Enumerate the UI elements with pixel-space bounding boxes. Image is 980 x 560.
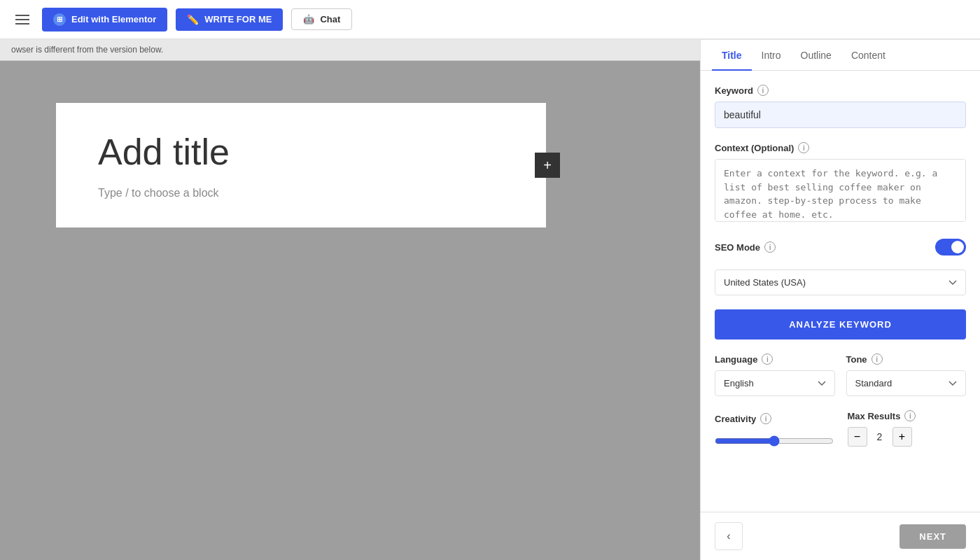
tone-info-icon[interactable]: i <box>872 354 883 365</box>
edit-elementor-label: Edit with Elementor <box>71 14 156 24</box>
language-label: Language i <box>715 354 835 365</box>
editor-area: owser is different from the version belo… <box>0 39 700 560</box>
browser-notice: owser is different from the version belo… <box>0 39 700 61</box>
pencil-icon: ✏️ <box>187 14 199 25</box>
edit-elementor-button[interactable]: ⊞ Edit with Elementor <box>42 8 167 31</box>
max-results-label: Max Results i <box>848 410 967 421</box>
back-icon: ‹ <box>727 530 730 542</box>
tone-label: Tone i <box>846 354 967 365</box>
chat-label: Chat <box>320 14 340 24</box>
seo-mode-label: SEO Mode i <box>715 241 776 253</box>
block-placeholder[interactable]: Type / to choose a block <box>98 187 504 200</box>
seo-mode-row: SEO Mode i <box>715 239 966 255</box>
language-field: Language i English Spanish French <box>715 354 835 396</box>
context-info-icon[interactable]: i <box>798 142 809 153</box>
tab-intro[interactable]: Intro <box>752 40 791 71</box>
keyword-field: Keyword i <box>715 85 966 128</box>
panel-footer: ‹ NEXT <box>701 512 980 560</box>
language-select[interactable]: English Spanish French <box>715 370 835 396</box>
right-panel: GetGenie × Title Intro Outline Content K… <box>700 0 980 560</box>
content-block: Add title Type / to choose a block + <box>56 103 546 227</box>
creativity-maxresults-row: Creativity i Max Results i − 2 + <box>715 410 966 447</box>
elementor-icon: ⊞ <box>53 13 66 26</box>
panel-tabs: Title Intro Outline Content <box>701 40 980 71</box>
tone-field: Tone i Standard Formal Casual <box>846 354 967 396</box>
creativity-field: Creativity i <box>715 413 834 447</box>
write-for-me-label: WRITE FOR ME <box>204 14 272 24</box>
next-button[interactable]: NEXT <box>899 524 966 549</box>
tone-select[interactable]: Standard Formal Casual <box>846 370 967 396</box>
max-results-decrement[interactable]: − <box>848 427 867 447</box>
seo-mode-toggle[interactable] <box>935 239 966 255</box>
keyword-input[interactable] <box>715 102 966 128</box>
country-field: United States (USA) United Kingdom Canad… <box>715 270 966 295</box>
add-block-button[interactable]: + <box>535 153 560 178</box>
panel-body: Keyword i Context (Optional) i SEO Mode … <box>701 71 980 512</box>
language-tone-row: Language i English Spanish French Tone i… <box>715 354 966 396</box>
max-results-info-icon[interactable]: i <box>904 410 916 421</box>
creativity-slider[interactable] <box>715 435 834 447</box>
max-results-increment[interactable]: + <box>892 427 912 447</box>
tab-content[interactable]: Content <box>841 40 895 71</box>
chat-icon: 🤖 <box>303 14 314 24</box>
creativity-info-icon[interactable]: i <box>760 413 771 424</box>
toolbar: ⊞ Edit with Elementor ✏️ WRITE FOR ME 🤖 … <box>0 0 980 39</box>
add-title-placeholder[interactable]: Add title <box>98 131 504 173</box>
max-results-stepper: − 2 + <box>848 427 967 447</box>
analyze-keyword-button[interactable]: ANALYZE KEYWORD <box>715 309 966 340</box>
max-results-field: Max Results i − 2 + <box>848 410 967 447</box>
tab-title[interactable]: Title <box>712 40 752 71</box>
back-button[interactable]: ‹ <box>715 522 743 550</box>
context-field: Context (Optional) i <box>715 142 966 225</box>
editor-content: Add title Type / to choose a block + <box>0 61 700 560</box>
tab-outline[interactable]: Outline <box>791 40 841 71</box>
keyword-info-icon[interactable]: i <box>757 85 769 96</box>
write-for-me-button[interactable]: ✏️ WRITE FOR ME <box>176 8 283 31</box>
keyword-label: Keyword i <box>715 85 966 96</box>
country-select[interactable]: United States (USA) United Kingdom Canad… <box>715 270 966 295</box>
hamburger-menu[interactable] <box>11 10 34 29</box>
context-label: Context (Optional) i <box>715 142 966 153</box>
language-info-icon[interactable]: i <box>762 354 773 365</box>
max-results-value: 2 <box>873 431 887 442</box>
creativity-label: Creativity i <box>715 413 834 424</box>
seo-mode-info-icon[interactable]: i <box>764 241 776 253</box>
context-textarea[interactable] <box>715 159 966 222</box>
chat-button[interactable]: 🤖 Chat <box>291 8 352 30</box>
